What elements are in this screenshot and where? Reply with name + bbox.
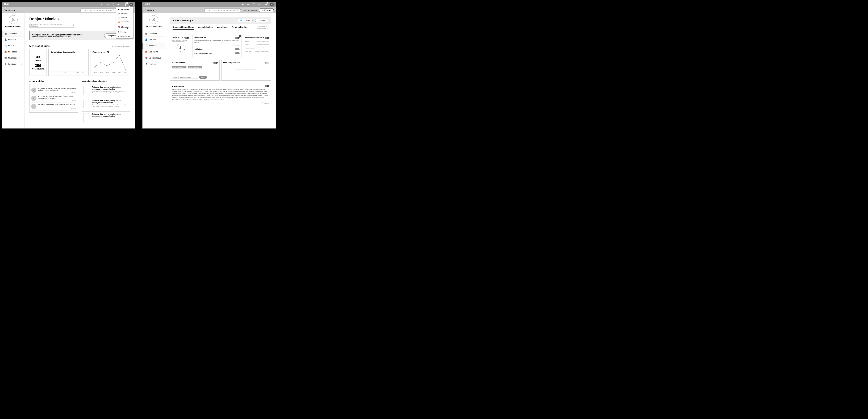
affiliations-toggle[interactable] — [235, 48, 240, 50]
recent-deposits-title: Mes derniers dépôts — [82, 80, 130, 83]
nav-biblio[interactable]: 📚Ma bibliothèque — [2, 55, 24, 61]
refresh-icon[interactable]: ⟲ — [241, 3, 244, 6]
sidebar-avatar — [9, 15, 18, 24]
poste-toggle[interactable] — [235, 37, 240, 39]
remove-chip-icon[interactable]: ✕ — [199, 66, 201, 68]
refresh-icon[interactable]: ⟲ — [100, 3, 104, 6]
search-icon[interactable]: 🔍 — [112, 9, 115, 12]
disciplines-menu[interactable]: Disciplines ▾ — [145, 9, 156, 11]
nav-dashboard[interactable]: ▦Dashboard — [143, 31, 165, 37]
nav-priv[interactable]: ⚙Privilèges▸ — [2, 61, 24, 67]
consulter-button[interactable]: 🌐Consulter — [238, 19, 253, 22]
edit-photo-icon[interactable]: ✎ — [184, 49, 185, 51]
global-search[interactable]: 🔍 — [204, 8, 241, 12]
search-icon[interactable]: 🔍 — [236, 9, 239, 12]
nav-profil[interactable]: 👤Mon profil — [2, 37, 24, 43]
nav-cv[interactable]: 📄Mon CV — [143, 43, 165, 49]
gear-icon: ⚙ — [145, 63, 147, 65]
tab-personnalisation[interactable]: Personnalisation — [231, 26, 247, 30]
dropdown-item-cv[interactable]: 📄Mon CV — [116, 16, 133, 20]
dropdown-item-profil[interactable]: 👤Mon profil — [116, 11, 133, 16]
svg-point-6 — [125, 69, 126, 69]
dropdown-item-depots[interactable]: 📥Mes dépôts — [116, 20, 133, 24]
tab-widgets[interactable]: Mes widgets — [217, 26, 228, 30]
pencil-icon: ✎ — [233, 44, 234, 46]
deposit-item[interactable]: Autopsie d'un puzzle juridique (Les mont… — [82, 84, 130, 97]
nav-depots[interactable]: 📥Mes dépôts — [143, 49, 165, 55]
user-dropdown-menu: ▦Dashboard 👤Mon profil 📄Mon CV 📥Mes dépô… — [116, 7, 133, 38]
domains-toggle[interactable] — [213, 62, 218, 64]
add-domain-input[interactable] — [172, 76, 198, 79]
notification-badge: 3 — [267, 2, 269, 4]
advanced-search-link[interactable]: + recherche avancée — [243, 9, 257, 11]
dropdown-item-biblio[interactable]: 📚Ma bibliothèque — [116, 24, 133, 30]
identifiants-label: Identifiants chercheur — [194, 53, 213, 54]
presentation-toggle[interactable] — [265, 85, 269, 87]
add-facebook-link[interactable]: Ajouter un profil facebook — [255, 51, 269, 52]
global-search[interactable]: 🔍 — [81, 8, 117, 12]
text-size-icon[interactable]: AIA+ — [247, 3, 250, 6]
language-selector[interactable]: FR ⌄ — [258, 3, 262, 6]
disciplines-menu[interactable]: Disciplines ▾ — [4, 9, 15, 11]
language-selector[interactable]: FR ⌄ — [117, 3, 122, 6]
consultations-count: 356 — [32, 63, 44, 68]
nav-biblio[interactable]: 📚Ma bibliothèque — [143, 55, 165, 61]
modifier-poste-link[interactable]: ✎Modifier — [194, 44, 240, 46]
bar-chart — [51, 54, 86, 72]
dashboard-icon: ▦ — [118, 8, 120, 10]
svg-point-0 — [12, 18, 14, 20]
add-twitter-link[interactable]: Ajouter un profil twitter — [257, 41, 269, 42]
activity-item[interactable]: ✕ Vous avez créé une nouvelle collection… — [31, 102, 76, 111]
topbar-actions: ⟲ AIA+ ⓘ FR ⌄ 3 NG — [100, 3, 133, 6]
nav-priv[interactable]: ⚙Privilèges▸ — [143, 61, 165, 67]
dropdown-item-dashboard[interactable]: ▦Dashboard — [116, 7, 133, 11]
inbox-icon: 📥 — [118, 21, 120, 23]
photo-toggle[interactable] — [184, 37, 189, 39]
text-size-icon[interactable]: AIA+ — [106, 3, 110, 6]
app-dashboard: HAL ⟲ AIA+ ⓘ FR ⌄ 3 NG ▦Dashboard 👤Mon p… — [2, 2, 135, 128]
identifiants-toggle[interactable] — [235, 52, 240, 54]
user-avatar-menu[interactable]: NG — [129, 3, 133, 6]
add-linkedin-link[interactable]: Ajouter un profil linkedin — [256, 44, 269, 46]
share-icon: ⇪ — [257, 20, 259, 21]
search-field[interactable] — [82, 9, 112, 11]
dropdown-item-logout[interactable]: ⇤Déconnexion — [116, 34, 133, 38]
export-stats-link[interactable]: ⬆Exporter les statistiques — [112, 46, 130, 48]
poste-desc: Ingénieure de recherche au Centre nation… — [194, 40, 240, 43]
notifications-button[interactable]: 3 — [265, 3, 268, 6]
hide-cv-link[interactable]: 👁 Cacher mon CV — [256, 26, 268, 27]
search-icon[interactable]: 🔍 — [72, 24, 74, 26]
delete-cv-link[interactable]: 🗑 Supprimer mon CV — [256, 28, 268, 29]
config-banner-text: Configurez votre IdHAL en regroupant les… — [32, 34, 88, 38]
library-icon: 📚 — [4, 57, 7, 59]
search-bar: Disciplines ▾ 🔍 + recherche avancée — [2, 7, 135, 13]
user-avatar-menu[interactable]: NG — [270, 3, 274, 6]
dropdown-item-priv[interactable]: ⚙Privilèges▸ — [116, 30, 133, 34]
social-toggle[interactable] — [265, 37, 269, 39]
modifier-presentation-link[interactable]: ✎Modifier — [172, 102, 269, 104]
deposit-thumbnail — [84, 113, 90, 122]
tab-publications[interactable]: Mes publications — [198, 26, 213, 30]
info-icon[interactable]: ⓘ — [252, 3, 255, 6]
deposit-item[interactable]: Autopsie d'un puzzle juridique (Les mont… — [82, 98, 130, 110]
deposit-item[interactable]: Autopsie d'un puzzle juridique (Les mont… — [82, 111, 130, 124]
nav-profil[interactable]: 👤Mon profil — [143, 37, 165, 43]
notifications-button[interactable]: 3 — [124, 3, 127, 6]
nav-depots[interactable]: 📥Mes dépôts — [2, 49, 24, 55]
add-domain-button[interactable]: Ajouter — [199, 76, 207, 79]
activity-item[interactable]: ✕ Vous avez ajouté la publication "Multi… — [31, 86, 76, 94]
gear-icon: ⚙ — [4, 63, 7, 65]
competences-toggle[interactable] — [265, 62, 269, 64]
nav-cv[interactable]: 📄Mon CV — [2, 43, 24, 49]
library-search[interactable]: Cherchez un dépôt ou une publication dan… — [29, 23, 74, 28]
info-icon[interactable]: ⓘ — [112, 3, 115, 6]
activity-item[interactable]: ✕ Vous avez mis à jour le document "L'ap… — [31, 94, 76, 102]
search-field[interactable] — [206, 9, 236, 11]
add-researchgate-link[interactable]: Ajouter un profil resear... — [256, 47, 269, 49]
partager-button[interactable]: ⇪Partager — [255, 19, 268, 22]
competences-empty-text: Ce bloc est masqué dans votre CV — [223, 69, 269, 70]
deposer-button[interactable]: +Déposer — [259, 8, 274, 12]
tab-biographique[interactable]: Données biographiques — [173, 26, 194, 30]
nav-dashboard[interactable]: ▦Dashboard — [2, 31, 24, 37]
remove-chip-icon[interactable]: ✕ — [184, 66, 185, 68]
